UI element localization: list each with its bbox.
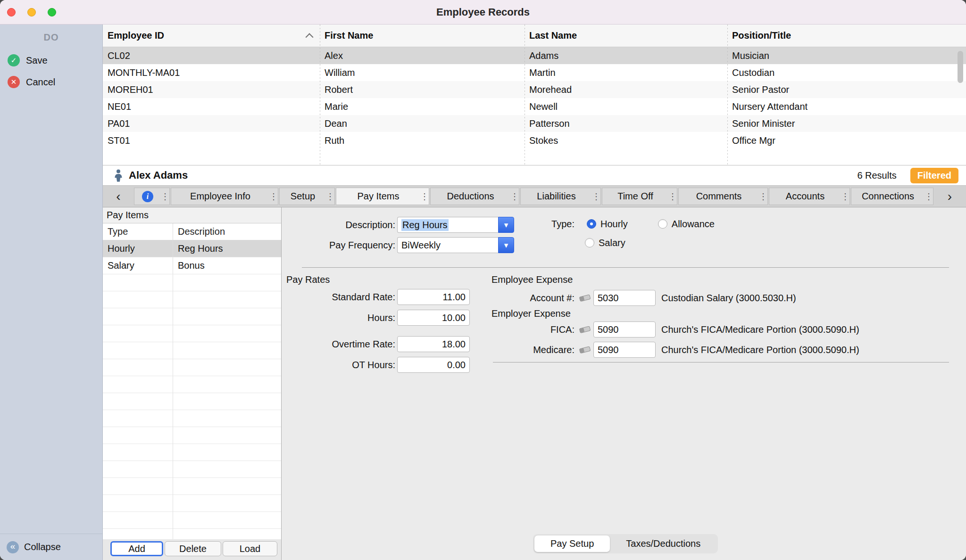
employee-row[interactable]: PA01 Dean Patterson Senior Minister <box>103 115 966 132</box>
medicare-description: Church's FICA/Medicare Portion (3000.509… <box>661 345 859 355</box>
tab-menu-dots-icon[interactable]: ⋮ <box>269 191 278 202</box>
account-number-input[interactable] <box>593 290 656 306</box>
collapse-button[interactable]: « Collapse <box>0 534 102 560</box>
table-scrollbar[interactable] <box>954 47 966 165</box>
employee-row[interactable]: MONTHLY-MA01 William Martin Custodian <box>103 64 966 81</box>
employee-row[interactable]: NE01 Marie Newell Nursery Attendant <box>103 98 966 115</box>
employee-row[interactable]: ST01 Ruth Stokes Office Mgr <box>103 132 966 149</box>
tab-menu-dots-icon[interactable]: ⋮ <box>592 191 600 202</box>
radio-salary[interactable] <box>585 238 594 247</box>
overtime-rate-label: Overtime Rate: <box>282 339 395 350</box>
employee-row[interactable]: MOREH01 Robert Morehead Senior Pastor <box>103 81 966 98</box>
pay-frequency-dropdown-button[interactable]: ▾ <box>498 237 514 253</box>
ot-hours-input[interactable] <box>397 357 470 373</box>
cell-first-name: Alex <box>320 47 525 64</box>
load-button[interactable]: Load <box>223 541 277 556</box>
cell-employee-id: CL02 <box>103 47 320 64</box>
save-button-label: Save <box>26 55 48 66</box>
tab-comments[interactable]: Comments ⋮ <box>678 188 768 205</box>
cell-description: Reg Hours <box>173 240 281 257</box>
chevron-left-icon: ‹ <box>116 189 120 204</box>
tab-accounts[interactable]: Accounts ⋮ <box>769 188 850 205</box>
employer-expense-title: Employer Expense <box>491 308 571 319</box>
column-header-employee-id[interactable]: Employee ID <box>103 25 320 47</box>
radio-allowance[interactable] <box>658 219 667 229</box>
minimize-window-button[interactable] <box>27 8 36 16</box>
type-row: Type: Hourly Allowance <box>539 216 715 232</box>
cell-employee-id: PA01 <box>103 115 320 132</box>
description-dropdown-button[interactable]: ▾ <box>498 217 514 233</box>
medicare-account-input[interactable] <box>593 342 656 358</box>
employee-row[interactable]: CL02 Alex Adams Musician <box>103 47 966 64</box>
tab-menu-dots-icon[interactable]: ⋮ <box>841 191 849 202</box>
pay-item-row[interactable]: Hourly Reg Hours <box>103 240 281 257</box>
save-button[interactable]: ✓ Save <box>0 49 102 71</box>
tab-pay-items[interactable]: Pay Items ⋮ <box>336 188 429 205</box>
tab-menu-dots-icon[interactable]: ⋮ <box>924 191 933 202</box>
tab-deductions[interactable]: Deductions ⋮ <box>430 188 519 205</box>
tab-setup[interactable]: Setup ⋮ <box>279 188 335 205</box>
section-divider <box>493 362 949 362</box>
hours-label: Hours: <box>282 313 395 323</box>
column-header-position[interactable]: Position/Title <box>727 25 966 47</box>
tab-menu-dots-icon[interactable]: ⋮ <box>326 191 334 202</box>
cell-employee-id: MONTHLY-MA01 <box>103 64 320 81</box>
fica-row: FICA: Church's FICA/Medicare Portion (30… <box>491 321 859 338</box>
description-input[interactable]: Reg Hours <box>397 217 498 233</box>
cancel-button[interactable]: ✕ Cancel <box>0 71 102 93</box>
account-lookup-icon[interactable] <box>578 325 591 334</box>
filtered-badge[interactable]: Filtered <box>910 168 958 183</box>
hours-input[interactable] <box>397 310 470 326</box>
add-button[interactable]: Add <box>110 541 163 556</box>
close-window-button[interactable] <box>7 8 16 16</box>
radio-hourly[interactable] <box>587 219 596 229</box>
tab-pay-setup[interactable]: Pay Setup <box>534 535 610 552</box>
ot-hours-row: OT Hours: <box>282 357 470 373</box>
tab-employee-info[interactable]: Employee Info ⋮ <box>171 188 278 205</box>
zoom-window-button[interactable] <box>48 8 56 16</box>
standard-rate-input[interactable] <box>397 289 470 305</box>
overtime-rate-row: Overtime Rate: <box>282 336 470 352</box>
tab-scroll-left-button[interactable]: ‹ <box>104 188 133 205</box>
overtime-rate-input[interactable] <box>397 336 470 352</box>
pay-frequency-label: Pay Frequency: <box>282 240 395 251</box>
standard-rate-row: Standard Rate: <box>282 289 470 305</box>
tab-connections[interactable]: Connections ⋮ <box>851 188 933 205</box>
pay-items-title: Pay Items <box>103 207 281 223</box>
fica-label: FICA: <box>491 324 575 335</box>
column-divider <box>525 25 525 165</box>
cell-type: Hourly <box>103 240 173 257</box>
column-header-type[interactable]: Type <box>103 223 173 240</box>
fica-account-input[interactable] <box>593 321 656 338</box>
cell-first-name: Ruth <box>320 132 525 149</box>
tab-menu-dots-icon[interactable]: ⋮ <box>420 191 429 202</box>
pay-items-button-bar: Add Delete Load <box>103 539 281 560</box>
cell-position: Senior Minister <box>727 115 966 132</box>
tab-menu-dots-icon[interactable]: ⋮ <box>510 191 519 202</box>
tab-menu-dots-icon[interactable]: ⋮ <box>759 191 767 202</box>
tab-time-off[interactable]: Time Off ⋮ <box>602 188 677 205</box>
window-title: Employee Records <box>0 6 966 18</box>
account-lookup-icon[interactable] <box>578 293 591 303</box>
account-lookup-icon[interactable] <box>578 345 591 354</box>
cell-employee-id: ST01 <box>103 132 320 149</box>
delete-button[interactable]: Delete <box>165 541 221 556</box>
tab-scroll-right-button[interactable]: › <box>934 188 965 205</box>
pay-frequency-input[interactable]: BiWeekly <box>397 237 498 253</box>
tab-taxes-deductions[interactable]: Taxes/Deductions <box>610 535 716 552</box>
title-bar: Employee Records <box>0 0 966 25</box>
tab-menu-dots-icon[interactable]: ⋮ <box>668 191 677 202</box>
tab-menu-dots-icon[interactable]: ⋮ <box>161 191 169 202</box>
tab-info[interactable]: i ⋮ <box>134 188 170 205</box>
tab-liabilities[interactable]: Liabilities ⋮ <box>520 188 601 205</box>
type-label: Type: <box>539 219 575 230</box>
column-header-first-name[interactable]: First Name <box>320 25 525 47</box>
column-header-description[interactable]: Description <box>173 223 281 240</box>
cell-last-name: Newell <box>525 98 727 115</box>
pay-rates-title: Pay Rates <box>286 274 330 285</box>
description-label: Description: <box>282 220 395 231</box>
pay-item-row[interactable]: Salary Bonus <box>103 257 281 274</box>
column-header-last-name[interactable]: Last Name <box>525 25 727 47</box>
scrollbar-thumb[interactable] <box>958 51 963 83</box>
cell-position: Custodian <box>727 64 966 81</box>
